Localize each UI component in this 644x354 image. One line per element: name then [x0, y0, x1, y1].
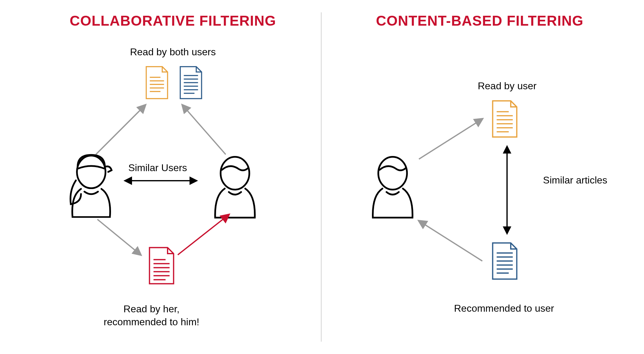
collaborative-filtering-panel: COLLABORATIVE FILTERING Read by both use…: [25, 12, 322, 342]
svg-point-15: [221, 157, 249, 190]
similar-users-label: Similar Users: [111, 162, 204, 174]
arrow-red-doc-to-male-icon: [173, 210, 235, 261]
content-based-title: CONTENT-BASED FILTERING: [340, 12, 619, 29]
caption-line2: recommended to him!: [104, 316, 199, 327]
bidirectional-vertical-arrow-icon: [501, 142, 513, 239]
document-blue-icon: [176, 65, 206, 102]
document-orange-icon: [142, 65, 172, 102]
svg-line-33: [419, 221, 482, 261]
arrow-user-to-orange-doc-icon: [414, 114, 488, 165]
recommended-to-user-caption: Recommended to user: [439, 303, 569, 314]
read-by-her-caption: Read by her, recommended to him!: [87, 303, 216, 328]
collaborative-title: COLLABORATIVE FILTERING: [25, 12, 321, 29]
svg-line-30: [419, 119, 482, 159]
document-red-icon: [145, 246, 178, 287]
content-based-filtering-panel: CONTENT-BASED FILTERING Read by user: [322, 12, 619, 342]
read-by-both-caption: Read by both users: [25, 46, 321, 58]
svg-point-13: [77, 156, 105, 188]
female-user-ballcap-icon: [62, 150, 121, 219]
svg-line-17: [178, 215, 229, 255]
svg-line-11: [96, 105, 145, 154]
read-by-user-caption: Read by user: [464, 80, 550, 92]
caption-line1: Read by her,: [123, 303, 179, 314]
document-orange-right-icon: [488, 99, 521, 140]
svg-point-31: [378, 157, 407, 190]
bidirectional-arrow-icon: [121, 176, 201, 187]
arrow-from-female-to-red-doc-icon: [93, 216, 148, 261]
arrow-from-male-to-docs-icon: [176, 102, 232, 159]
svg-line-12: [182, 105, 226, 154]
document-blue-right-icon: [488, 241, 521, 282]
arrow-blue-doc-to-user-icon: [414, 216, 488, 267]
male-user-right-icon: [365, 154, 420, 221]
svg-line-16: [97, 219, 141, 255]
similar-articles-label: Similar articles: [532, 175, 618, 186]
